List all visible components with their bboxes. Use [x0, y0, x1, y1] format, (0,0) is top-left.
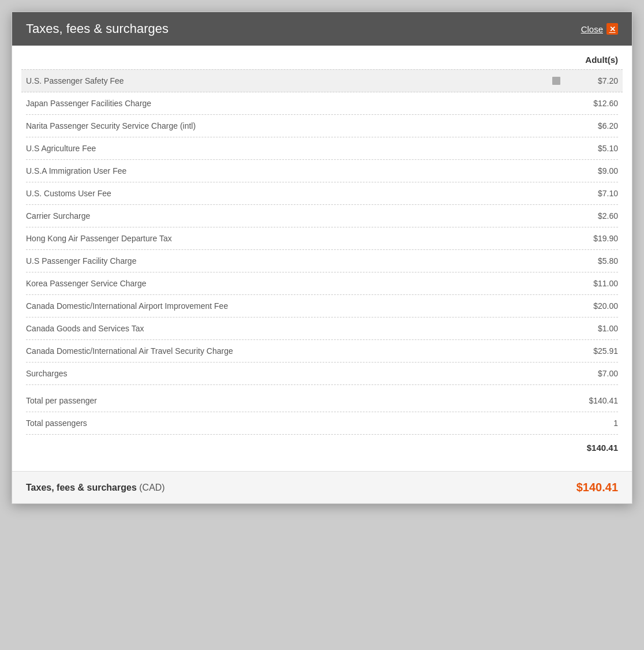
total-row: Total per passenger$140.41	[26, 390, 618, 412]
total-value: $140.41	[589, 396, 618, 405]
close-icon: ✕	[606, 23, 618, 35]
fee-row: U.S. Passenger Safety Fee$7.20	[21, 69, 623, 92]
footer-label: Taxes, fees & surcharges (CAD)	[26, 483, 165, 493]
fee-row: Narita Passenger Security Service Charge…	[26, 115, 618, 137]
grand-total-amount: $140.41	[587, 443, 618, 453]
total-row: Total passengers1	[26, 412, 618, 435]
fee-indicator	[552, 77, 560, 85]
fee-row: U.S.A Immigration User Fee$9.00	[26, 160, 618, 182]
fee-row: U.S Passenger Facility Charge$5.80	[26, 250, 618, 272]
fee-amount: $1.00	[572, 324, 618, 333]
total-value: 1	[613, 419, 618, 428]
modal-header: Taxes, fees & surcharges Close ✕	[12, 12, 632, 46]
total-label: Total passengers	[26, 419, 87, 428]
fee-row: Canada Goods and Services Tax$1.00	[26, 317, 618, 340]
fee-row: Carrier Surcharge$2.60	[26, 205, 618, 227]
fee-amount: $2.60	[572, 211, 618, 221]
fee-amount: $11.00	[572, 279, 618, 288]
fee-name: U.S Passenger Facility Charge	[26, 256, 572, 266]
fee-name: Canada Domestic/International Air Travel…	[26, 346, 572, 356]
totals-section: Total per passenger$140.41Total passenge…	[26, 390, 618, 457]
fee-name: U.S. Customs User Fee	[26, 189, 572, 198]
fee-name: Surcharges	[26, 369, 572, 378]
close-label: Close	[581, 24, 603, 34]
fee-amount: $7.00	[572, 369, 618, 378]
fee-amount: $9.00	[572, 166, 618, 175]
fee-name: Narita Passenger Security Service Charge…	[26, 121, 572, 130]
fee-name: Korea Passenger Service Charge	[26, 279, 572, 288]
fee-row: Surcharges$7.00	[26, 363, 618, 385]
fee-row: Hong Kong Air Passenger Departure Tax$19…	[26, 227, 618, 250]
footer-currency: (CAD)	[139, 483, 164, 492]
column-header-adults: Adult(s)	[549, 55, 618, 65]
fee-amount: $12.60	[572, 99, 618, 108]
fee-row: Canada Domestic/International Airport Im…	[26, 295, 618, 317]
modal-body: Adult(s) U.S. Passenger Safety Fee$7.20J…	[12, 46, 632, 471]
totals-list: Total per passenger$140.41Total passenge…	[26, 390, 618, 435]
grand-total-row: $140.41	[26, 435, 618, 457]
taxes-fees-modal: Taxes, fees & surcharges Close ✕ Adult(s…	[12, 12, 632, 504]
fee-name: U.S. Passenger Safety Fee	[26, 76, 552, 85]
fee-name: Carrier Surcharge	[26, 211, 572, 221]
fee-name: Canada Goods and Services Tax	[26, 324, 572, 333]
fee-row: Japan Passenger Facilities Charge$12.60	[26, 92, 618, 115]
fee-name: U.S Agriculture Fee	[26, 144, 572, 153]
fee-amount: $6.20	[572, 121, 618, 130]
fee-amount: $5.80	[572, 256, 618, 266]
fee-amount: $20.00	[572, 301, 618, 311]
fee-row: Korea Passenger Service Charge$11.00	[26, 272, 618, 295]
fee-row: U.S Agriculture Fee$5.10	[26, 137, 618, 160]
modal-footer: Taxes, fees & surcharges (CAD) $140.41	[12, 471, 632, 503]
fee-name: U.S.A Immigration User Fee	[26, 166, 572, 175]
fees-list: U.S. Passenger Safety Fee$7.20Japan Pass…	[26, 69, 618, 385]
fee-row: U.S. Customs User Fee$7.10	[26, 182, 618, 205]
fee-name: Hong Kong Air Passenger Departure Tax	[26, 234, 572, 243]
total-label: Total per passenger	[26, 396, 97, 405]
modal-title: Taxes, fees & surcharges	[26, 21, 169, 36]
fee-name: Japan Passenger Facilities Charge	[26, 99, 572, 108]
fee-amount: $19.90	[572, 234, 618, 243]
footer-total: $140.41	[576, 481, 618, 494]
fee-amount: $5.10	[572, 144, 618, 153]
fee-name: Canada Domestic/International Airport Im…	[26, 301, 572, 311]
fee-row: Canada Domestic/International Air Travel…	[26, 340, 618, 363]
fee-amount: $7.20	[572, 76, 618, 85]
column-header-row: Adult(s)	[26, 46, 618, 69]
footer-label-text: Taxes, fees & surcharges	[26, 483, 139, 492]
fee-amount: $7.10	[572, 189, 618, 198]
fee-amount: $25.91	[572, 346, 618, 356]
close-button[interactable]: Close ✕	[581, 23, 618, 35]
